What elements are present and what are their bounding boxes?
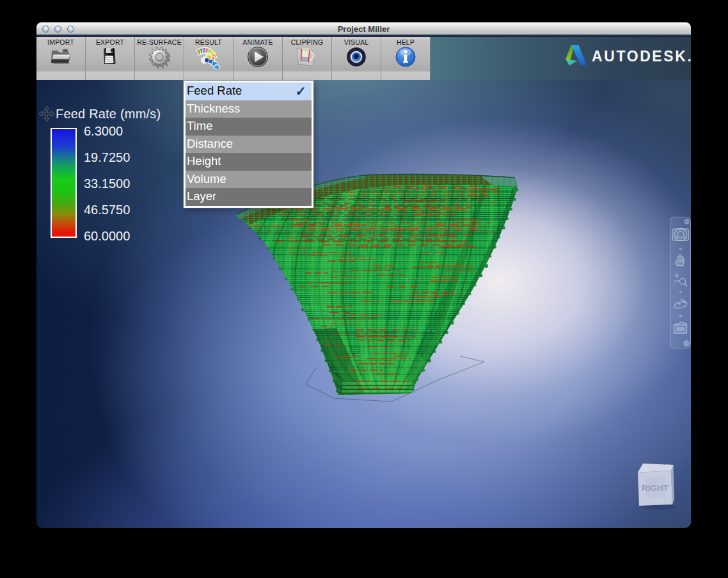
svg-text:RIGHT: RIGHT <box>642 483 669 493</box>
svg-text:AUTODESK.: AUTODESK. <box>592 48 691 65</box>
